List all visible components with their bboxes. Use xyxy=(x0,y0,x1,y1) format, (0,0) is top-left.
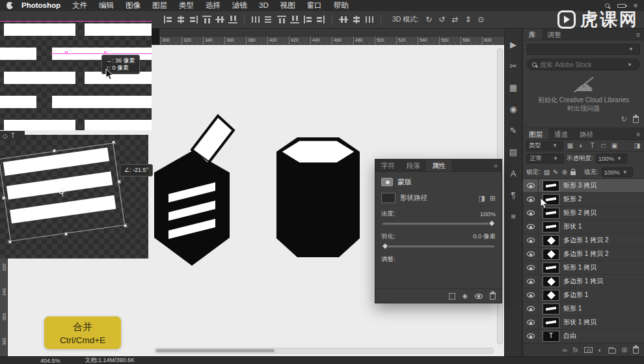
layer-row[interactable]: 矩形 1 拷贝 xyxy=(523,261,644,275)
visibility-toggle[interactable] xyxy=(523,329,539,343)
brush-settings-panel-icon[interactable]: ✎ xyxy=(506,124,520,138)
path-anchor[interactable] xyxy=(104,51,107,54)
layer-row[interactable]: 矩形 1 xyxy=(523,302,644,316)
filter-adjustment-icon[interactable]: ◐ xyxy=(577,142,585,149)
visibility-toggle[interactable] xyxy=(523,288,539,301)
distribute-right-icon[interactable] xyxy=(316,16,325,23)
zoom-level[interactable]: 404.5% xyxy=(40,357,60,364)
menu-file[interactable]: 文件 xyxy=(66,0,93,11)
slider-thumb[interactable] xyxy=(488,219,495,227)
layer-name[interactable]: 多边形 1 拷贝 2 xyxy=(563,249,608,259)
space-v-icon[interactable] xyxy=(352,16,361,23)
layer-name[interactable]: 矩形 1 xyxy=(563,304,582,313)
layer-name[interactable]: 多边形 1 拷贝 xyxy=(563,277,603,286)
transform-handle[interactable] xyxy=(124,224,127,228)
menu-filter[interactable]: 滤镜 xyxy=(226,0,253,11)
layer-row[interactable]: 多边形 1 拷贝 xyxy=(523,275,644,288)
libraries-dropdown[interactable]: ▼ xyxy=(527,44,640,55)
3d-pan-icon[interactable]: ⇄ xyxy=(451,11,458,28)
density-slider[interactable] xyxy=(382,223,494,225)
layer-name[interactable]: 形状 1 拷贝 xyxy=(563,318,597,327)
delete-mask-icon[interactable] xyxy=(490,292,496,300)
apple-icon[interactable] xyxy=(7,2,13,9)
swatches-panel-icon[interactable]: ▤ xyxy=(506,145,520,160)
menu-window[interactable]: 窗口 xyxy=(301,0,328,11)
actions-panel-icon[interactable]: ▶ xyxy=(506,38,520,52)
lock-all-icon[interactable] xyxy=(570,171,576,175)
layer-row[interactable]: 形状 1 拷贝 xyxy=(523,316,644,329)
tab-layers[interactable]: 图层 xyxy=(523,128,548,139)
layer-thumbnail[interactable] xyxy=(543,276,559,287)
space-even-icon[interactable] xyxy=(365,16,374,23)
layer-thumbnail[interactable] xyxy=(543,262,559,273)
tab-character[interactable]: 字符 xyxy=(375,160,401,171)
distribute-top-icon[interactable] xyxy=(277,16,286,23)
filter-smartobject-icon[interactable]: ▣ xyxy=(610,142,619,149)
layer-row[interactable]: T 自由 xyxy=(523,329,644,343)
filter-pixel-icon[interactable]: ▦ xyxy=(566,142,574,149)
layer-name[interactable]: 多边形 1 xyxy=(563,290,588,300)
transparent-artboard-top[interactable] xyxy=(0,20,152,130)
transform-handle[interactable] xyxy=(117,180,121,184)
tab-paragraph[interactable]: 段落 xyxy=(401,160,426,171)
transform-handle[interactable] xyxy=(2,196,6,200)
glyphs-panel-icon[interactable]: A xyxy=(506,167,520,181)
layer-thumbnail[interactable] xyxy=(543,290,559,301)
layer-row[interactable]: 形状 1 xyxy=(523,220,644,234)
align-vcenter-icon[interactable] xyxy=(215,16,224,23)
space-h-icon[interactable] xyxy=(339,16,348,23)
density-value[interactable]: 100% xyxy=(480,210,496,217)
lock-pixels-icon[interactable]: ✎ xyxy=(553,169,558,176)
vertical-ruler[interactable]: 320 340 360 380 xyxy=(0,259,8,356)
visibility-toggle[interactable] xyxy=(523,302,539,315)
align-left-icon[interactable] xyxy=(163,16,172,23)
layer-comps-panel-icon[interactable]: ≡ xyxy=(506,210,520,224)
layer-name[interactable]: 多边形 1 拷贝 2 xyxy=(563,236,608,245)
layer-name[interactable]: 矩形 2 拷贝 xyxy=(563,208,597,217)
3d-roll-icon[interactable]: ↺ xyxy=(438,11,445,28)
layer-row[interactable]: 多边形 1 xyxy=(523,288,644,302)
canvas-horizontal-scrollbar[interactable] xyxy=(154,348,494,354)
layer-row[interactable]: 矩形 3 拷贝 xyxy=(523,179,644,193)
layer-thumbnail[interactable] xyxy=(543,221,559,232)
layer-thumbnail[interactable] xyxy=(543,249,559,260)
panel-collapse-icon[interactable]: » xyxy=(490,160,502,171)
menu-type[interactable]: 类型 xyxy=(173,0,200,11)
menu-help[interactable]: 帮助 xyxy=(328,0,355,11)
distribute-h-icon[interactable] xyxy=(251,16,260,23)
add-mask-icon[interactable]: ⊞ xyxy=(490,194,496,203)
feather-slider[interactable] xyxy=(382,245,494,247)
apply-mask-icon[interactable]: ◈ xyxy=(463,292,468,300)
new-layer-icon[interactable]: ⊞ xyxy=(622,346,627,354)
transform-handle[interactable] xyxy=(64,232,68,236)
align-bottom-icon[interactable] xyxy=(228,16,237,23)
layer-thumbnail[interactable] xyxy=(543,303,559,315)
path-anchor[interactable] xyxy=(65,51,68,54)
app-menu[interactable]: Photoshop xyxy=(16,0,66,11)
search-input[interactable] xyxy=(540,61,610,68)
transparent-artboard-bottom[interactable] xyxy=(0,135,148,259)
opacity-value[interactable]: 100% ▼ xyxy=(596,154,627,163)
filter-toggle-icon[interactable]: ◨ xyxy=(633,142,641,149)
filter-shape-icon[interactable]: □ xyxy=(599,142,608,149)
feather-value[interactable]: 0.0 像素 xyxy=(473,232,496,241)
layer-name[interactable]: 矩形 2 xyxy=(563,195,582,204)
layer-row[interactable]: 多边形 1 拷贝 2 xyxy=(523,234,644,247)
menu-image[interactable]: 图像 xyxy=(120,0,146,11)
transform-handle[interactable] xyxy=(53,149,57,153)
3d-slide-icon[interactable]: ⇕ xyxy=(464,11,471,28)
layer-name[interactable]: 形状 1 xyxy=(563,222,582,231)
menu-3d[interactable]: 3D xyxy=(253,0,275,11)
layer-thumbnail[interactable] xyxy=(543,317,559,328)
fill-value[interactable]: 100% ▼ xyxy=(602,167,633,177)
filter-type-dropdown[interactable]: 类型 ▼ xyxy=(526,141,563,150)
align-right-icon[interactable] xyxy=(189,16,198,23)
layer-row[interactable]: 多边形 1 拷贝 2 xyxy=(523,247,644,261)
3d-panel-icon[interactable]: ◉ xyxy=(506,102,520,117)
histogram-panel-icon[interactable]: ▦ xyxy=(506,81,520,95)
shape-tool-icon[interactable]: ◇ xyxy=(3,132,8,139)
layer-name[interactable]: 自由 xyxy=(563,331,576,341)
delete-layer-icon[interactable] xyxy=(633,346,639,354)
visibility-toggle[interactable] xyxy=(523,316,539,329)
ruler-origin[interactable] xyxy=(151,29,160,45)
